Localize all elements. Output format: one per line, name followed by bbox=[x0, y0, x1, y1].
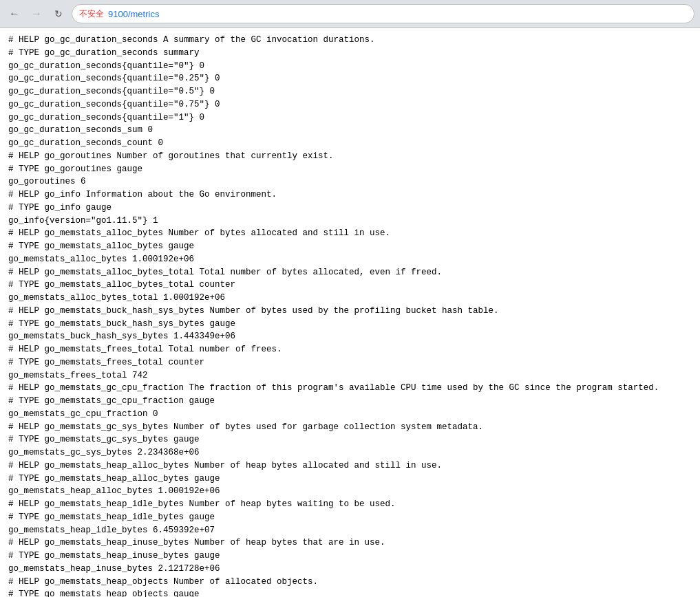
metrics-line: # TYPE go_goroutines gauge bbox=[8, 163, 692, 176]
metrics-line: go_gc_duration_seconds_sum 0 bbox=[8, 124, 692, 137]
browser-chrome: ← → ↻ 不安全 bbox=[0, 0, 700, 28]
metrics-line: go_gc_duration_seconds{quantile="0.25"} … bbox=[8, 72, 692, 85]
metrics-line: # TYPE go_memstats_frees_total counter bbox=[8, 356, 692, 369]
browser-toolbar: ← → ↻ 不安全 bbox=[6, 4, 694, 28]
reload-button[interactable]: ↻ bbox=[50, 5, 67, 23]
metrics-line: # HELP go_memstats_heap_alloc_bytes Numb… bbox=[8, 459, 692, 473]
metrics-line: go_memstats_gc_sys_bytes 2.234368e+06 bbox=[8, 446, 692, 459]
metrics-line: # TYPE go_memstats_alloc_bytes_total cou… bbox=[8, 279, 692, 292]
metrics-line: go_memstats_frees_total 742 bbox=[8, 369, 692, 382]
address-bar[interactable] bbox=[108, 9, 687, 19]
metrics-line: go_memstats_alloc_bytes 1.000192e+06 bbox=[8, 253, 692, 266]
metrics-line: # HELP go_info Information about the Go … bbox=[8, 188, 692, 202]
metrics-line: go_gc_duration_seconds{quantile="0"} 0 bbox=[8, 60, 692, 73]
metrics-line: # TYPE go_info gauge bbox=[8, 202, 692, 215]
metrics-line: # TYPE go_memstats_heap_idle_bytes gauge bbox=[8, 511, 692, 524]
metrics-line: # HELP go_gc_duration_seconds A summary … bbox=[8, 34, 692, 47]
metrics-line: # TYPE go_memstats_alloc_bytes gauge bbox=[8, 240, 692, 253]
metrics-line: go_memstats_heap_alloc_bytes 1.000192e+0… bbox=[8, 485, 692, 498]
metrics-line: # HELP go_memstats_heap_objects Number o… bbox=[8, 576, 692, 589]
metrics-line: go_info{version="go1.11.5"} 1 bbox=[8, 215, 692, 228]
metrics-line: go_memstats_alloc_bytes_total 1.000192e+… bbox=[8, 292, 692, 305]
metrics-line: # TYPE go_memstats_heap_objects gauge bbox=[8, 588, 692, 597]
back-button[interactable]: ← bbox=[6, 5, 23, 23]
metrics-line: # TYPE go_memstats_gc_sys_bytes gauge bbox=[8, 433, 692, 446]
metrics-line: go_gc_duration_seconds{quantile="0.75"} … bbox=[8, 98, 692, 111]
metrics-line: # HELP go_memstats_alloc_bytes_total Tot… bbox=[8, 266, 692, 279]
metrics-line: # HELP go_memstats_gc_cpu_fraction The f… bbox=[8, 382, 692, 395]
metrics-line: # HELP go_memstats_heap_inuse_bytes Numb… bbox=[8, 536, 692, 550]
forward-button[interactable]: → bbox=[28, 5, 45, 23]
metrics-line: # TYPE go_gc_duration_seconds summary bbox=[8, 47, 692, 60]
metrics-line: go_memstats_gc_cpu_fraction 0 bbox=[8, 408, 692, 421]
metrics-line: go_gc_duration_seconds{quantile="1"} 0 bbox=[8, 111, 692, 124]
page-content: # HELP go_gc_duration_seconds A summary … bbox=[0, 28, 700, 597]
metrics-line: go_memstats_heap_idle_bytes 6.459392e+07 bbox=[8, 524, 692, 537]
metrics-line: # HELP go_memstats_alloc_bytes Number of… bbox=[8, 227, 692, 240]
metrics-line: go_gc_duration_seconds{quantile="0.5"} 0 bbox=[8, 85, 692, 98]
security-icon: 不安全 bbox=[79, 8, 104, 20]
metrics-line: # HELP go_memstats_gc_sys_bytes Number o… bbox=[8, 421, 692, 434]
metrics-line: go_goroutines 6 bbox=[8, 175, 692, 188]
metrics-line: # TYPE go_memstats_buck_hash_sys_bytes g… bbox=[8, 318, 692, 331]
metrics-line: # HELP go_memstats_buck_hash_sys_bytes N… bbox=[8, 305, 692, 318]
address-bar-container: 不安全 bbox=[72, 4, 694, 23]
metrics-line: go_memstats_heap_inuse_bytes 2.121728e+0… bbox=[8, 563, 692, 576]
metrics-line: go_memstats_buck_hash_sys_bytes 1.443349… bbox=[8, 330, 692, 343]
metrics-line: # TYPE go_memstats_gc_cpu_fraction gauge bbox=[8, 395, 692, 408]
metrics-line: # HELP go_goroutines Number of goroutine… bbox=[8, 150, 692, 163]
metrics-line: # HELP go_memstats_frees_total Total num… bbox=[8, 343, 692, 356]
metrics-line: # TYPE go_memstats_heap_alloc_bytes gaug… bbox=[8, 473, 692, 486]
metrics-line: # HELP go_memstats_heap_idle_bytes Numbe… bbox=[8, 498, 692, 511]
metrics-line: go_gc_duration_seconds_count 0 bbox=[8, 137, 692, 150]
metrics-line: # TYPE go_memstats_heap_inuse_bytes gaug… bbox=[8, 550, 692, 563]
